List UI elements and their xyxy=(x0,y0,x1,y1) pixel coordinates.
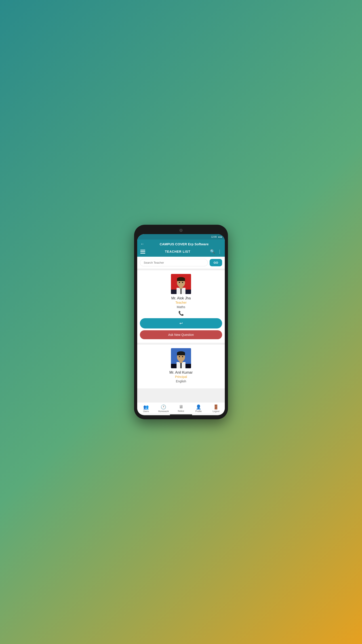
header-nav: TEACHER LIST 🔍 ⋮ xyxy=(140,248,222,255)
status-bar: 12:00 ●●● xyxy=(137,234,225,240)
svg-point-9 xyxy=(182,282,183,283)
phone-screen: 12:00 ●●● ← CAMPUS COVER Erp Software TE… xyxy=(137,234,225,415)
bottom-nav: 👥 Users 🕐 Homework 🖥 Notice 👤 Profile 🚪 … xyxy=(137,402,225,414)
hamburger-line-2 xyxy=(140,251,145,252)
nav-label-notice: Notice xyxy=(178,410,184,412)
teacher-subject-1: Maths xyxy=(177,305,185,309)
nav-item-profile[interactable]: 👤 Profile xyxy=(190,404,207,412)
back-button[interactable]: ← xyxy=(140,242,144,246)
hamburger-line-1 xyxy=(140,250,145,250)
status-time: 12:00 xyxy=(211,236,217,238)
teacher-name-1: Mr. Alok Jha xyxy=(171,296,191,300)
teacher-role-1: Teacher xyxy=(175,301,187,304)
teacher-card-1: Mr. Alok Jha Teacher Maths 📞 ↩ Ask New Q… xyxy=(137,270,225,343)
hamburger-menu[interactable] xyxy=(140,250,145,254)
search-bar: GO xyxy=(137,257,225,268)
camera xyxy=(179,229,183,232)
search-input[interactable] xyxy=(140,259,208,266)
svg-point-8 xyxy=(179,282,180,283)
svg-rect-7 xyxy=(177,279,185,281)
go-button[interactable]: GO xyxy=(210,259,222,266)
svg-point-19 xyxy=(182,356,183,357)
avatar-image-1 xyxy=(171,274,191,294)
avatar-image-2 xyxy=(171,348,191,368)
ask-question-button-1[interactable]: Ask New Question xyxy=(140,330,222,339)
teacher-name-2: Mr. Anil Kumar xyxy=(169,370,193,374)
teacher-subject-2: English xyxy=(176,380,186,383)
phone-icon-1[interactable]: 📞 xyxy=(178,310,184,316)
home-bar xyxy=(170,414,192,415)
nav-label-homework: Homework xyxy=(158,410,169,412)
profile-icon: 👤 xyxy=(196,404,201,410)
teacher-avatar-1 xyxy=(171,274,191,294)
svg-rect-17 xyxy=(177,353,185,355)
logout-icon: 🚪 xyxy=(213,404,219,410)
teacher-card-2: Mr. Anil Kumar Principal English xyxy=(137,344,225,388)
nav-label-users: Users xyxy=(143,410,149,412)
nav-title: TEACHER LIST xyxy=(165,250,190,253)
reply-button-1[interactable]: ↩ xyxy=(140,318,222,328)
nav-item-homework[interactable]: 🕐 Homework xyxy=(155,404,172,412)
teacher-list: Mr. Alok Jha Teacher Maths 📞 ↩ Ask New Q… xyxy=(137,268,225,402)
teacher-avatar-2 xyxy=(171,348,191,368)
notice-icon: 🖥 xyxy=(179,404,183,410)
nav-item-logout[interactable]: 🚪 Logout xyxy=(207,404,225,412)
svg-rect-13 xyxy=(180,362,182,368)
homework-icon: 🕐 xyxy=(161,404,166,410)
nav-item-users[interactable]: 👥 Users xyxy=(137,404,155,412)
search-icon[interactable]: 🔍 xyxy=(210,249,215,254)
phone-frame: 12:00 ●●● ← CAMPUS COVER Erp Software TE… xyxy=(134,225,228,419)
nav-icons: 🔍 ⋮ xyxy=(210,249,222,254)
app-title: CAMPUS COVER Erp Software xyxy=(147,242,222,246)
hamburger-line-3 xyxy=(140,253,145,254)
nav-label-profile: Profile xyxy=(195,410,202,412)
teacher-role-2: Principal xyxy=(175,375,187,378)
header-top: ← CAMPUS COVER Erp Software xyxy=(140,242,222,246)
app-header: ← CAMPUS COVER Erp Software TEACHER LIST… xyxy=(137,240,225,257)
nav-label-logout: Logout xyxy=(213,410,220,412)
more-options-icon[interactable]: ⋮ xyxy=(218,249,222,254)
svg-rect-3 xyxy=(180,288,182,294)
reply-icon: ↩ xyxy=(179,321,183,326)
status-signal: ●●● xyxy=(218,236,222,238)
svg-point-18 xyxy=(179,356,180,357)
users-icon: 👥 xyxy=(143,404,149,410)
nav-item-notice[interactable]: 🖥 Notice xyxy=(172,404,190,412)
